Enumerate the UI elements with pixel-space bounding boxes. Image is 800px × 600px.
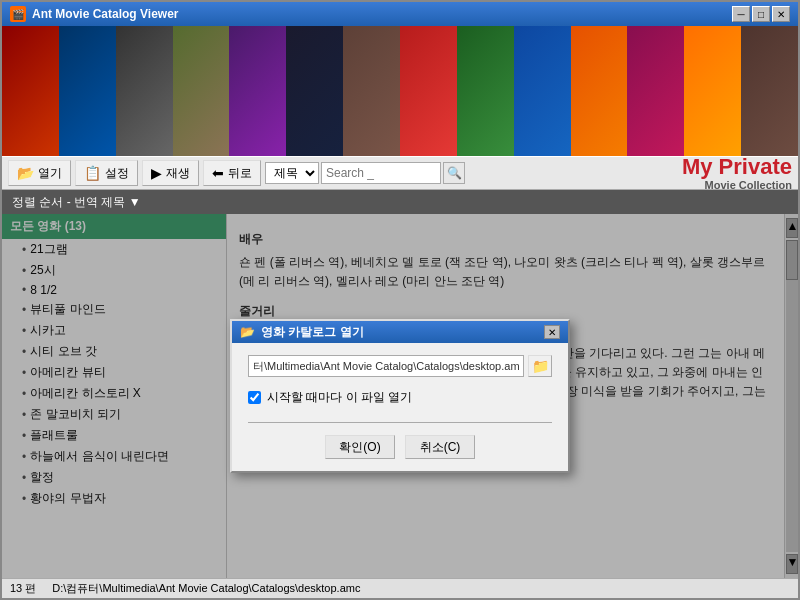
modal-divider (248, 422, 552, 423)
app-icon: 🎬 (10, 6, 26, 22)
status-bar: 13 편 D:\컴퓨터\Multimedia\Ant Movie Catalog… (2, 578, 798, 598)
browse-button[interactable]: 📁 (528, 355, 552, 377)
poster-bg-2 (59, 26, 116, 156)
poster-bg-3 (116, 26, 173, 156)
poster-bg-7 (343, 26, 400, 156)
modal-title-text: 영화 카탈로그 열기 (261, 324, 364, 341)
category-dropdown[interactable]: 제목 감독 배우 (265, 162, 319, 184)
poster-12 (627, 26, 684, 156)
minimize-button[interactable]: ─ (732, 6, 750, 22)
settings-label: 설정 (105, 165, 129, 182)
window-title: Ant Movie Catalog Viewer (32, 7, 178, 21)
modal-title-left: 📂 영화 카탈로그 열기 (240, 324, 364, 341)
back-button[interactable]: ⬅ 뒤로 (203, 160, 261, 186)
back-icon: ⬅ (212, 165, 224, 181)
modal-title-icon: 📂 (240, 325, 255, 339)
poster-2 (59, 26, 116, 156)
poster-bg-14 (741, 26, 798, 156)
poster-7 (343, 26, 400, 156)
search-go-button[interactable]: 🔍 (443, 162, 465, 184)
poster-bg-9 (457, 26, 514, 156)
poster-4 (173, 26, 230, 156)
poster-bg-5 (229, 26, 286, 156)
poster-bg-11 (571, 26, 628, 156)
poster-bg-13 (684, 26, 741, 156)
poster-10 (514, 26, 571, 156)
poster-banner (2, 26, 798, 156)
main-content: 모든 영화 (13) 21그램 25시 8 1/2 뷰티풀 마인드 시카고 시티… (2, 214, 798, 578)
poster-bg-8 (400, 26, 457, 156)
modal-title-bar: 📂 영화 카탈로그 열기 ✕ (232, 321, 568, 343)
poster-bg-4 (173, 26, 230, 156)
open-label: 열기 (38, 165, 62, 182)
poster-9 (457, 26, 514, 156)
open-button[interactable]: 📂 열기 (8, 160, 71, 186)
checkbox-row: 시작할 때마다 이 파일 열기 (248, 389, 552, 406)
open-icon: 📂 (17, 165, 34, 181)
poster-bg-12 (627, 26, 684, 156)
search-input[interactable] (321, 162, 441, 184)
checkbox-label: 시작할 때마다 이 파일 열기 (267, 389, 412, 406)
modal-buttons: 확인(O) 취소(C) (248, 435, 552, 459)
sort-label: 정렬 순서 - 번역 제목 ▼ (12, 194, 141, 211)
modal-overlay: 📂 영화 카탈로그 열기 ✕ 📁 시작할 때마다 이 파일 열기 (2, 214, 798, 578)
search-box: 제목 감독 배우 🔍 (265, 162, 465, 184)
logo-title: My Private (682, 155, 792, 179)
play-icon: ▶ (151, 165, 162, 181)
back-label: 뒤로 (228, 165, 252, 182)
movie-count: 13 편 (10, 581, 36, 596)
title-bar-buttons: ─ □ ✕ (732, 6, 790, 22)
poster-6 (286, 26, 343, 156)
poster-bg-1 (2, 26, 59, 156)
maximize-button[interactable]: □ (752, 6, 770, 22)
title-bar: 🎬 Ant Movie Catalog Viewer ─ □ ✕ (2, 2, 798, 26)
settings-button[interactable]: 📋 설정 (75, 160, 138, 186)
poster-14 (741, 26, 798, 156)
poster-5 (229, 26, 286, 156)
main-window: 🎬 Ant Movie Catalog Viewer ─ □ ✕ (0, 0, 800, 600)
file-path-input[interactable] (248, 355, 524, 377)
poster-13 (684, 26, 741, 156)
play-label: 재생 (166, 165, 190, 182)
play-button[interactable]: ▶ 재생 (142, 160, 199, 186)
cancel-button[interactable]: 취소(C) (405, 435, 475, 459)
poster-3 (116, 26, 173, 156)
poster-bg-6 (286, 26, 343, 156)
poster-11 (571, 26, 628, 156)
file-row: 📁 (248, 355, 552, 377)
toolbar: 📂 열기 📋 설정 ▶ 재생 ⬅ 뒤로 제목 감독 배우 🔍 My Privat… (2, 156, 798, 190)
logo-area: My Private Movie Collection (682, 155, 792, 191)
sort-bar: 정렬 순서 - 번역 제목 ▼ (2, 190, 798, 214)
poster-8 (400, 26, 457, 156)
poster-bg-10 (514, 26, 571, 156)
poster-1 (2, 26, 59, 156)
close-button[interactable]: ✕ (772, 6, 790, 22)
confirm-button[interactable]: 확인(O) (325, 435, 395, 459)
modal-close-button[interactable]: ✕ (544, 325, 560, 339)
open-catalog-modal: 📂 영화 카탈로그 열기 ✕ 📁 시작할 때마다 이 파일 열기 (230, 319, 570, 473)
title-bar-left: 🎬 Ant Movie Catalog Viewer (10, 6, 178, 22)
modal-body: 📁 시작할 때마다 이 파일 열기 확인(O) 취소(C) (232, 343, 568, 471)
auto-open-checkbox[interactable] (248, 391, 261, 404)
settings-icon: 📋 (84, 165, 101, 181)
file-path-status: D:\컴퓨터\Multimedia\Ant Movie Catalog\Cata… (52, 581, 360, 596)
